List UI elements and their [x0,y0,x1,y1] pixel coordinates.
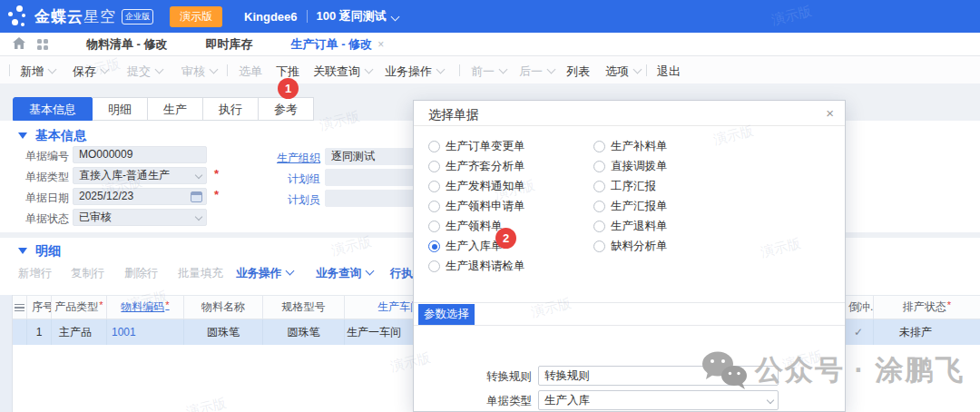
option-kitting-analysis[interactable]: 生产齐套分析单 [428,159,525,174]
option-return-inspection[interactable]: 生产退料请检单 [428,259,525,274]
bill-date-field[interactable]: 2025/12/23 [73,188,207,205]
toolbar-select-bill-button[interactable]: 选单 [239,64,262,80]
option-material-return[interactable]: 生产退料单 [593,219,668,234]
demo-version-badge: 演示版 [170,6,222,27]
chevron-down-icon [155,65,164,74]
chevron-down-icon [365,65,374,74]
chevron-down-icon [210,65,219,74]
tab-material-list[interactable]: 物料清单 - 修改 [86,36,168,53]
delete-row-button[interactable]: 删除行 [124,266,159,281]
apps-grid-icon[interactable] [37,39,48,50]
batch-fill-button[interactable]: 批量填充 [178,266,223,281]
chevron-down-icon [286,267,295,276]
convert-rule-input[interactable]: 转换规则 [538,366,779,386]
form-tab-reference[interactable]: 参考 [259,97,314,121]
toolbar-submit-button[interactable]: 提交 [127,64,162,80]
copy-row-button[interactable]: 复制行 [71,266,105,281]
radio-icon [593,161,605,172]
form-tab-strip: 基本信息 明细 生产 执行 参考 [0,97,314,121]
toolbar-list-button[interactable]: 列表 [566,64,590,80]
top-bar: 金蝶云星空 企业版 演示版 Kingdee6 100 逐同测试 [0,0,980,33]
chevron-down-icon [499,65,508,74]
col-backflush: 倒冲... [844,296,874,319]
cell-product-type: 主产品 [52,319,107,345]
chevron-down-icon [390,12,399,21]
convert-rule-label: 转换规则 [477,369,532,385]
form-tab-basic-info[interactable]: 基本信息 [13,97,93,121]
bill-status-select[interactable]: 已审核 [73,209,207,226]
toolbar-exit-button[interactable]: 退出 [657,64,681,80]
cell-backflush-checkbox[interactable]: ✓ [844,319,874,345]
chevron-down-icon [48,65,57,74]
chevron-down-icon [195,172,202,179]
cell-spec: 圆珠笔 [263,319,345,345]
chevron-down-icon [767,397,774,404]
detail-section-title: 明细 [18,243,61,260]
toolbar-previous-button[interactable]: 前一 [471,64,506,80]
radio-icon [593,221,605,232]
form-tab-production[interactable]: 生产 [148,97,203,121]
option-production-report[interactable]: 生产汇报单 [593,199,668,214]
cell-material-code[interactable]: 1001 [107,319,184,345]
row-header-strip [0,295,13,412]
col-material-name: 物料名称 [184,296,263,319]
radio-icon [593,240,605,252]
col-product-type: 产品类型* [52,296,107,319]
radio-icon [428,221,440,232]
collapse-triangle-icon[interactable] [18,132,27,139]
option-supplement-feed[interactable]: 生产补料单 [593,139,668,154]
toolbar-new-button[interactable]: 新增 [20,64,55,80]
home-icon[interactable] [13,37,25,52]
form-tab-detail[interactable]: 明细 [93,97,148,121]
workspace-selector[interactable]: 100 逐同测试 [317,8,387,25]
toolbar-next-button[interactable]: 后一 [519,64,554,80]
window-tab-bar: 物料清单 - 修改 即时库存 生产订单 - 修改× [0,33,980,56]
option-picking-request[interactable]: 生产领料申请单 [428,199,525,214]
option-direct-transfer[interactable]: 直接调拨单 [593,159,668,174]
calendar-icon[interactable] [191,191,202,202]
collapse-triangle-icon[interactable] [18,248,27,254]
dialog-bill-type-label: 单据类型 [477,394,532,409]
chevron-down-icon [195,213,202,221]
tab-production-order[interactable]: 生产订单 - 修改× [291,36,385,53]
row-menu-icon[interactable] [13,296,27,319]
option-stock-in[interactable]: 生产入库单 [428,239,503,254]
radio-icon [593,201,605,212]
toolbar-related-query-button[interactable]: 关联查询 [313,64,372,80]
dialog-close-icon[interactable]: × [826,105,834,121]
plan-group-label[interactable]: 计划组 [257,172,320,187]
toolbar-business-operation-button[interactable]: 业务操作 [385,64,444,80]
toolbar-save-button[interactable]: 保存 [73,64,108,80]
param-select-tab[interactable]: 参数选择 [418,304,475,325]
option-shortage-analysis[interactable]: 缺料分析单 [593,239,668,254]
bill-no-field[interactable]: MO000009 [73,146,207,163]
kingdee-logo-icon [7,5,31,28]
bill-type-label: 单据类型 [5,170,69,185]
row-business-query-button[interactable]: 业务查询 [316,266,373,281]
topbar-divider [307,10,308,23]
chevron-down-icon [366,267,375,276]
radio-icon [428,201,440,212]
toolbar-audit-button[interactable]: 审核 [181,64,217,80]
form-tab-execution[interactable]: 执行 [203,97,259,121]
dialog-bill-type-select[interactable]: 生产入库 [538,390,779,410]
dialog-divider [414,302,845,303]
bill-date-label: 单据日期 [5,191,69,206]
col-material-code[interactable]: 物料编码* [107,296,184,319]
row-business-operation-button[interactable]: 业务操作 [236,266,293,281]
radio-selected-icon [428,240,440,252]
close-tab-icon[interactable]: × [377,38,384,51]
radio-icon [593,181,605,192]
planner-label[interactable]: 计划员 [257,192,320,208]
prod-org-label[interactable]: 生产组织 [257,151,320,166]
option-picking-bill[interactable]: 生产领料单 [428,219,503,234]
add-row-button[interactable]: 新增行 [18,266,53,281]
bill-type-select[interactable]: 直接入库-普通生产 [73,167,207,184]
option-process-report[interactable]: 工序汇报 [593,179,656,194]
option-issue-notice[interactable]: 生产发料通知单 [428,179,525,194]
option-order-change[interactable]: 生产订单变更单 [428,139,525,154]
tab-inventory[interactable]: 即时库存 [206,36,253,53]
chevron-down-icon [633,65,642,74]
toolbar-options-button[interactable]: 选项 [605,64,641,80]
radio-icon [428,161,440,172]
